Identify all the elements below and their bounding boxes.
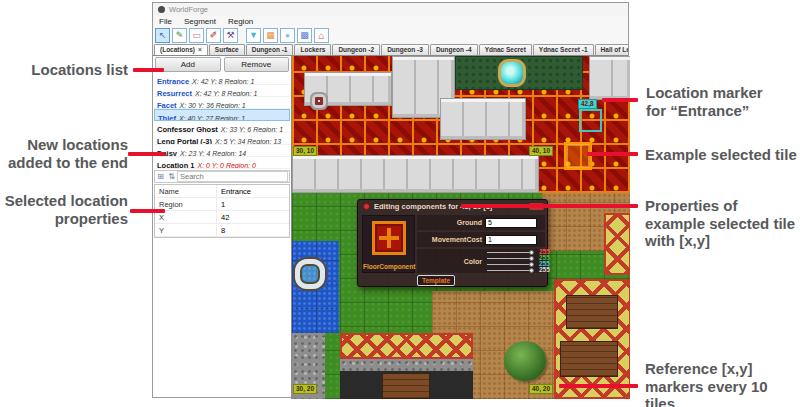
pencil-icon: ✎ — [176, 31, 184, 40]
building-right[interactable] — [604, 213, 630, 275]
walkway[interactable] — [292, 155, 539, 193]
annotation-selected-properties: Selected location properties — [0, 192, 128, 227]
tab-bar: (Locations)× Surface Dungeon -1 Lockers … — [153, 44, 628, 56]
grid-tool-button[interactable]: ▩ — [297, 28, 312, 43]
tab-hall-of-legends[interactable]: Hall of Legends — [595, 44, 628, 55]
arrow-tile-properties — [461, 204, 638, 208]
eraser-icon: ▭ — [192, 31, 201, 40]
entrance-location-marker[interactable]: 42,8 — [578, 99, 597, 109]
menu-region[interactable]: Region — [222, 17, 259, 26]
list-item-confessor-ghost[interactable]: Confessor GhostX: 33 Y: 6 Region: 1 — [154, 121, 290, 133]
color-label: Color — [417, 258, 485, 265]
tab-dungeon-3[interactable]: Dungeon -3 — [381, 44, 429, 55]
slider-knob[interactable] — [529, 262, 534, 267]
building-bottom-right[interactable] — [554, 279, 630, 399]
reference-marker-40-20: 40, 20 — [529, 384, 553, 394]
building-left[interactable] — [340, 333, 473, 399]
template-button[interactable]: Template — [417, 275, 455, 286]
toolbar: ↖ ✎ ▭ ✐ ⚒ ▼ ▦ ● ▩ ⌂ — [153, 27, 628, 44]
entrance-marked-tile[interactable] — [579, 109, 602, 132]
picker-tool-button[interactable]: ✐ — [206, 28, 221, 43]
ground-input[interactable] — [485, 218, 537, 228]
annotation-new-locations: New locations added to the end — [0, 136, 128, 171]
add-button[interactable]: Add — [155, 57, 221, 72]
locations-list: EntranceX: 42 Y: 8 Region: 1 ResurrectX:… — [154, 73, 290, 169]
arrow-new-locations — [128, 152, 165, 156]
tab-dungeon-1[interactable]: Dungeon -1 — [246, 44, 294, 55]
arrow-locations-list — [133, 68, 164, 72]
tab-ydnac-secret[interactable]: Ydnac Secret — [479, 44, 532, 55]
tab-surface[interactable]: Surface — [209, 44, 245, 55]
alpha-slider[interactable]: 255 — [485, 267, 545, 273]
tab-dungeon-4[interactable]: Dungeon -4 — [430, 44, 478, 55]
tab-locations[interactable]: (Locations)× — [154, 44, 208, 56]
arrow-location-marker — [602, 98, 638, 102]
sort-icon[interactable]: ⇅ — [166, 171, 177, 182]
filter-icon: ▼ — [249, 31, 258, 40]
building-roof — [340, 333, 473, 359]
ground-field-row: Ground — [417, 215, 545, 230]
title-bar[interactable]: WorldForge — [153, 3, 628, 16]
tab-lockers[interactable]: Lockers — [294, 44, 331, 55]
building-door — [382, 373, 430, 399]
property-search-bar: ⊞ ⇅ — [154, 170, 290, 183]
tab-ydnac-secret-1[interactable]: Ydnac Secret -1 — [533, 44, 594, 55]
portal-object[interactable] — [498, 59, 526, 87]
categorize-icon[interactable]: ⊞ — [155, 171, 166, 182]
remove-button[interactable]: Remove — [224, 57, 290, 72]
list-item-leng-portal[interactable]: Leng Portal (-3)X: 5 Y: 34 Region: 13 — [154, 133, 290, 145]
cobble-area[interactable] — [455, 56, 583, 90]
slider-knob[interactable] — [529, 268, 534, 273]
select-icon: ↖ — [159, 31, 167, 40]
movementcost-field-row: MovementCost — [417, 232, 545, 247]
annotation-locations-list: Locations list — [0, 61, 128, 79]
list-item-facet[interactable]: FacetX: 30 Y: 36 Region: 1 — [154, 97, 290, 109]
crate — [566, 295, 618, 329]
slider-knob[interactable] — [529, 256, 534, 261]
walkway[interactable] — [589, 56, 630, 100]
filter-tool-button[interactable]: ▼ — [246, 28, 261, 43]
tile-tool-button[interactable]: ▦ — [263, 28, 278, 43]
edit-components-dialog[interactable]: Editing components for 42, 10 [1] × Floo… — [357, 199, 548, 287]
list-item-thief[interactable]: ThiefX: 40 Y: 27 Region: 1 — [154, 109, 290, 121]
window-title: WorldForge — [169, 5, 208, 14]
menu-bar: File Segment Region — [153, 16, 628, 27]
tile-icon: ▦ — [266, 31, 275, 40]
tab-close-icon[interactable]: × — [198, 46, 202, 53]
component-preview-panel: FloorComponent — [362, 215, 415, 273]
menu-segment[interactable]: Segment — [178, 17, 222, 26]
property-row-name[interactable]: NameEntrance — [155, 185, 289, 198]
list-item-daisy[interactable]: DaisyX: 23 Y: 4 Region: 14 — [154, 145, 290, 157]
list-item-resurrect[interactable]: ResurrectX: 42 Y: 8 Region: 1 — [154, 85, 290, 97]
select-tool-button[interactable]: ↖ — [155, 28, 170, 43]
arrow-reference-markers — [559, 384, 638, 388]
pencil-tool-button[interactable]: ✎ — [172, 28, 187, 43]
eraser-tool-button[interactable]: ▭ — [189, 28, 204, 43]
reference-marker-30-20: 30, 20 — [293, 384, 317, 394]
map-view[interactable]: 42,8 30, 10 40, 10 30, 20 40, 20 Editing… — [291, 56, 630, 399]
property-row-y[interactable]: Y8 — [155, 224, 289, 237]
selected-tile-highlight[interactable] — [564, 142, 592, 170]
property-row-region[interactable]: Region1 — [155, 198, 289, 211]
tree[interactable] — [504, 341, 546, 381]
ring-object[interactable] — [295, 259, 325, 289]
tab-dungeon-2[interactable]: Dungeon -2 — [332, 44, 380, 55]
hammer-tool-button[interactable]: ⚒ — [223, 28, 238, 43]
arrow-selected-properties — [130, 209, 165, 213]
pedestal-object[interactable] — [310, 92, 328, 110]
slider-knob[interactable] — [529, 250, 534, 255]
movementcost-input[interactable] — [485, 235, 537, 245]
list-item-entrance[interactable]: EntranceX: 42 Y: 8 Region: 1 — [154, 73, 290, 85]
droplet-tool-button[interactable]: ● — [280, 28, 295, 43]
list-item-location-1[interactable]: Location 1X: 0 Y: 0 Region: 0 — [154, 157, 290, 169]
reference-marker-30-10: 30, 10 — [293, 146, 317, 156]
menu-file[interactable]: File — [153, 17, 178, 26]
search-input[interactable] — [177, 171, 288, 182]
property-row-x[interactable]: X42 — [155, 211, 289, 224]
annotation-example-tile: Example selected tile — [645, 146, 800, 164]
app-icon — [158, 6, 165, 13]
ground-label: Ground — [417, 219, 485, 226]
walkway[interactable] — [440, 98, 526, 140]
reference-marker-40-10: 40, 10 — [529, 146, 553, 156]
roof-tool-button[interactable]: ⌂ — [314, 28, 329, 43]
